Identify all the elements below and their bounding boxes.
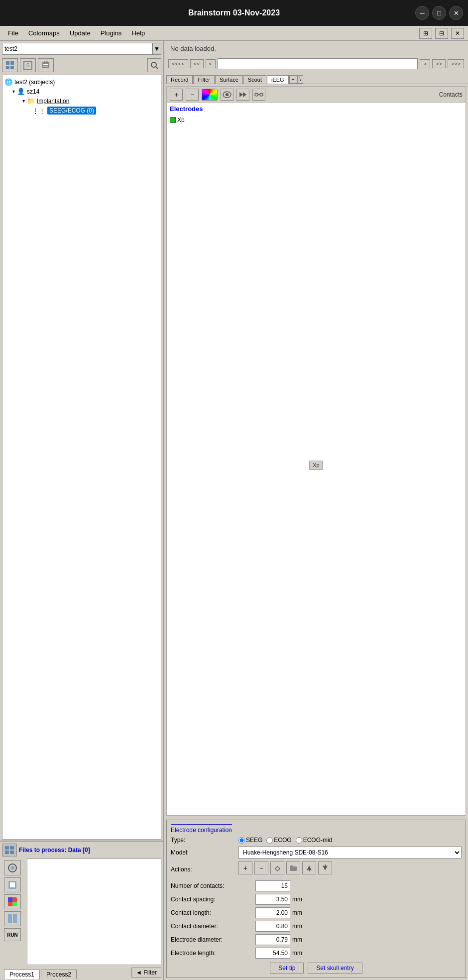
- toolbar-btn-1[interactable]: [2, 58, 18, 72]
- action-diamond-button[interactable]: ◇: [270, 861, 284, 874]
- layout-icon-1[interactable]: ⊞: [419, 28, 432, 39]
- electrode-link-button[interactable]: [252, 89, 265, 101]
- action-folder-button[interactable]: [286, 861, 300, 874]
- window-controls: ─ □ ✕: [415, 6, 463, 20]
- run-button[interactable]: RUN: [4, 928, 21, 941]
- nav-prev-button[interactable]: <: [206, 59, 216, 68]
- model-select[interactable]: Huake-Hengsheng SDE-08-S16: [238, 847, 462, 858]
- filter-button[interactable]: ◄ Filter: [131, 968, 161, 978]
- electrode-add-button[interactable]: +: [170, 89, 183, 101]
- tree-subject-icon: 👤: [17, 88, 25, 95]
- nav-prev2-button[interactable]: <<: [190, 59, 204, 68]
- tabs-row: Record Filter Surface Scout iEEG + \: [164, 71, 468, 84]
- set-tip-button[interactable]: Set tip: [270, 963, 304, 974]
- action-remove-button[interactable]: −: [254, 861, 268, 874]
- tab-filter[interactable]: Filter: [193, 75, 214, 84]
- svg-rect-1: [10, 61, 14, 65]
- menu-update[interactable]: Update: [66, 28, 95, 38]
- electrode-diameter-input[interactable]: [255, 934, 290, 945]
- svg-marker-28: [239, 92, 243, 97]
- subject-tree: 🌐 test2 (subjects) ▾ 👤 sz14 ▾ 📁 Implanta…: [2, 75, 161, 840]
- menu-file[interactable]: File: [4, 28, 22, 38]
- xp-electrode-badge[interactable]: Xp: [170, 117, 185, 123]
- tab-ieeg[interactable]: iEEG: [267, 75, 289, 84]
- side-icon-1[interactable]: [4, 860, 21, 875]
- right-panel: No data loaded. <<<< << < > >> >>> Recor…: [164, 41, 468, 980]
- svg-rect-20: [10, 882, 15, 887]
- subject-dropdown-arrow[interactable]: ▼: [152, 43, 161, 55]
- menu-plugins[interactable]: Plugins: [97, 28, 126, 38]
- electrode-fast-forward-button[interactable]: [236, 89, 249, 101]
- contacts-dropdown[interactable]: Contacts: [439, 91, 463, 98]
- svg-rect-6: [42, 62, 49, 68]
- layout-icon-2[interactable]: ⊟: [435, 28, 448, 39]
- menu-help[interactable]: Help: [127, 28, 149, 38]
- contact-length-row: Contact length: mm: [171, 907, 462, 918]
- menu-colormaps[interactable]: Colormaps: [24, 28, 64, 38]
- toolbar-btn-3[interactable]: [38, 58, 54, 72]
- side-icon-4[interactable]: [4, 911, 21, 926]
- search-icon[interactable]: [147, 58, 161, 72]
- radio-seeg-input[interactable]: [238, 837, 245, 844]
- contact-spacing-input[interactable]: [255, 894, 290, 905]
- radio-ecog[interactable]: ECOG: [266, 837, 291, 844]
- electrode-length-input[interactable]: [255, 948, 290, 959]
- tab-scout[interactable]: Scout: [243, 75, 266, 84]
- close-button[interactable]: ✕: [449, 6, 463, 20]
- svg-rect-34: [290, 865, 293, 867]
- tab-surface[interactable]: Surface: [215, 75, 243, 84]
- xp-electrode-label: Xp: [177, 117, 185, 123]
- contact-diameter-input[interactable]: [255, 921, 290, 932]
- radio-ecog-mid-input[interactable]: [296, 837, 302, 844]
- toolbar-btn-2[interactable]: S: [20, 58, 36, 72]
- nav-next-button[interactable]: >: [420, 59, 430, 68]
- svg-rect-33: [290, 866, 297, 871]
- actions-row-container: Actions: + − ◇: [171, 861, 462, 877]
- color-picker-button[interactable]: [202, 89, 218, 101]
- svg-rect-3: [10, 66, 14, 69]
- bottom-header-row: Files to process: Data [0]: [0, 842, 163, 858]
- type-radio-group: SEEG ECOG ECOG-mid: [238, 837, 332, 844]
- electrode-visibility-button[interactable]: [221, 89, 234, 101]
- side-icon-2[interactable]: [4, 877, 21, 892]
- tree-folder[interactable]: ▾ 📁 Implantation: [4, 96, 159, 106]
- process-tabs: Process1 Process2: [2, 966, 79, 979]
- radio-ecog-mid[interactable]: ECOG-mid: [296, 837, 333, 844]
- nav-next2-button[interactable]: >>: [432, 59, 446, 68]
- process-tab-2[interactable]: Process2: [41, 970, 77, 979]
- tree-folder-label: Implantation: [37, 98, 69, 105]
- svg-rect-22: [8, 897, 12, 902]
- electrode-diameter-row: Electrode diameter: mm: [171, 934, 462, 945]
- side-icon-3[interactable]: [4, 894, 21, 909]
- action-arrow-up-button[interactable]: [302, 861, 316, 874]
- electrode-remove-button[interactable]: −: [186, 89, 199, 101]
- nav-input[interactable]: [218, 58, 418, 69]
- minimize-button[interactable]: ─: [415, 6, 429, 20]
- process-tab-1[interactable]: Process1: [4, 970, 40, 979]
- tab-menu[interactable]: \: [297, 75, 304, 84]
- action-add-button[interactable]: +: [238, 861, 252, 874]
- set-skull-entry-button[interactable]: Set skull entry: [308, 963, 362, 974]
- nav-first-button[interactable]: <<<<: [168, 59, 188, 68]
- radio-seeg[interactable]: SEEG: [238, 837, 262, 844]
- svg-rect-10: [43, 66, 48, 67]
- bottom-content-row: RUN: [0, 858, 163, 965]
- tree-file-icon: ⋮⋮: [32, 107, 45, 115]
- maximize-button[interactable]: □: [432, 6, 446, 20]
- close-layout-icon[interactable]: ✕: [451, 28, 464, 39]
- left-toolbar: S: [0, 57, 163, 74]
- tab-add[interactable]: +: [289, 75, 297, 84]
- subject-input[interactable]: [2, 43, 152, 55]
- contact-length-label: Contact length:: [171, 909, 255, 916]
- radio-ecog-input[interactable]: [266, 837, 273, 844]
- contact-length-input[interactable]: [255, 907, 290, 918]
- tab-record[interactable]: Record: [166, 75, 193, 84]
- process-icon[interactable]: [2, 844, 17, 857]
- action-arrow-down-button[interactable]: [318, 861, 332, 874]
- tree-subject[interactable]: ▾ 👤 sz14: [4, 87, 159, 96]
- nav-last-button[interactable]: >>>: [448, 59, 464, 68]
- tree-file-item[interactable]: ⋮⋮ SEEG/ECOG (0): [4, 106, 159, 116]
- tree-root[interactable]: 🌐 test2 (subjects): [4, 77, 159, 87]
- num-contacts-input[interactable]: [255, 880, 290, 891]
- svg-rect-2: [6, 66, 9, 69]
